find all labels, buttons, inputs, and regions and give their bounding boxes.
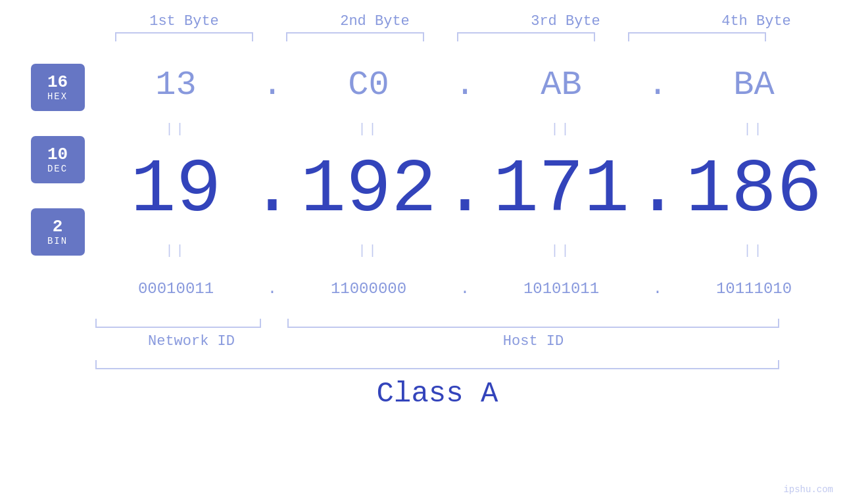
- class-bracket: [95, 360, 779, 369]
- byte4-header: 4th Byte: [677, 13, 835, 30]
- hex-byte1: 13: [155, 66, 196, 104]
- eq1-b4: ||: [743, 122, 764, 137]
- bin-byte3: 10101011: [523, 280, 599, 298]
- dec-byte2: 192: [301, 152, 437, 228]
- dec-row: 19 . 192 . 171 . 186: [95, 141, 845, 239]
- hex-badge-label: HEX: [47, 91, 68, 102]
- hex-badge: 16 HEX: [31, 64, 85, 111]
- bin-badge-number: 2: [53, 218, 63, 237]
- bin-dot2: .: [460, 280, 470, 298]
- hex-dot2: .: [454, 66, 475, 104]
- eq2-b1: ||: [165, 243, 186, 258]
- network-id-label: Network ID: [95, 333, 287, 350]
- dec-badge: 10 DEC: [31, 136, 85, 183]
- host-id-label: Host ID: [287, 333, 779, 350]
- hex-badge-number: 16: [47, 73, 68, 92]
- network-id-bracket: [95, 319, 261, 328]
- hex-byte2: C0: [348, 66, 389, 104]
- bin-dot3: .: [653, 280, 662, 298]
- hex-row: 13 . C0 . AB . BA: [95, 52, 845, 118]
- dec-badge-label: DEC: [47, 164, 68, 174]
- eq1-b2: ||: [358, 122, 379, 137]
- byte3-top-bracket: [457, 32, 595, 41]
- eq1-b3: ||: [550, 122, 571, 137]
- byte1-header: 1st Byte: [105, 13, 263, 30]
- watermark: ipshu.com: [783, 484, 833, 495]
- dec-byte4: 186: [686, 152, 822, 228]
- byte2-header: 2nd Byte: [296, 13, 454, 30]
- dec-badge-number: 10: [47, 145, 68, 164]
- bin-badge: 2 BIN: [31, 208, 85, 256]
- bin-byte2: 11000000: [331, 280, 406, 298]
- eq2-b2: ||: [358, 243, 379, 258]
- hex-byte4: BA: [733, 66, 774, 104]
- hex-dot1: .: [262, 66, 282, 104]
- class-label: Class A: [95, 377, 779, 410]
- host-id-bracket: [287, 319, 779, 328]
- byte4-top-bracket: [628, 32, 766, 41]
- bin-byte1: 00010011: [138, 280, 214, 298]
- byte3-header: 3rd Byte: [487, 13, 644, 30]
- byte1-top-bracket: [115, 32, 253, 41]
- byte2-top-bracket: [286, 32, 424, 41]
- dec-byte1: 19: [130, 152, 221, 228]
- bin-byte4: 10111010: [716, 280, 792, 298]
- bin-row: 00010011 . 11000000 . 10101011 . 1011101…: [95, 262, 845, 315]
- hex-byte3: AB: [541, 66, 581, 104]
- equals-row-1: || || || ||: [95, 118, 845, 141]
- eq1-b1: ||: [165, 122, 186, 137]
- bin-badge-label: BIN: [47, 236, 68, 246]
- eq2-b3: ||: [550, 243, 571, 258]
- equals-row-2: || || || ||: [95, 239, 845, 262]
- bin-dot1: .: [268, 280, 277, 298]
- dec-byte3: 171: [493, 152, 629, 228]
- eq2-b4: ||: [743, 243, 764, 258]
- hex-dot3: .: [647, 66, 667, 104]
